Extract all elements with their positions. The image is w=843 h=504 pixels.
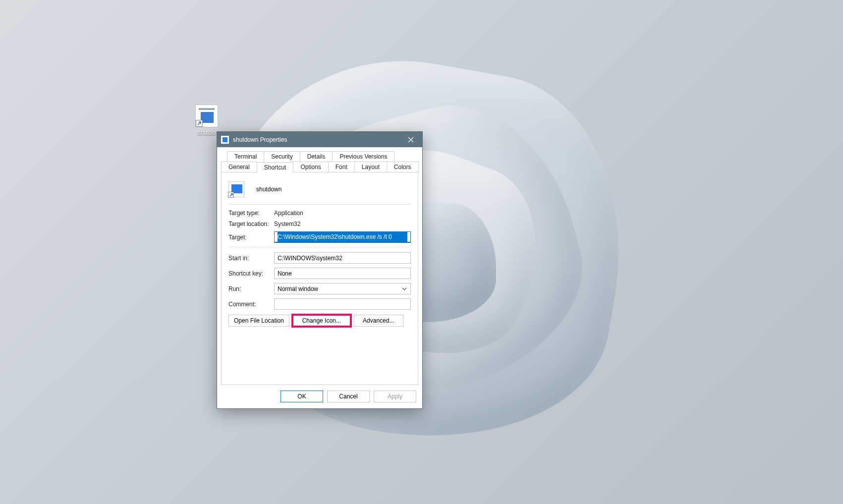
shortcut-icon bbox=[195, 105, 218, 127]
cancel-button[interactable]: Cancel bbox=[327, 391, 370, 402]
target-input[interactable]: C:\Windows\System32\shutdown.exe /s /t 0 bbox=[274, 231, 411, 243]
separator bbox=[228, 204, 411, 205]
shortcut-key-input[interactable] bbox=[274, 268, 411, 279]
shortcut-key-label: Shortcut key: bbox=[228, 270, 274, 277]
tab-security[interactable]: Security bbox=[264, 151, 300, 162]
shortcut-arrow-icon bbox=[228, 192, 234, 198]
chevron-down-icon bbox=[401, 286, 407, 293]
tab-font[interactable]: Font bbox=[328, 162, 355, 172]
target-type-label: Target type: bbox=[228, 210, 274, 217]
tab-shortcut[interactable]: Shortcut bbox=[257, 162, 294, 173]
target-type-value: Application bbox=[274, 210, 303, 217]
dialog-footer: OK Cancel Apply bbox=[217, 386, 422, 408]
shortcut-arrow-icon bbox=[196, 120, 203, 127]
change-icon-button[interactable]: Change Icon... bbox=[292, 315, 351, 327]
titlebar-app-icon bbox=[221, 136, 229, 144]
titlebar[interactable]: shutdown Properties bbox=[217, 132, 422, 147]
tab-layout[interactable]: Layout bbox=[354, 162, 387, 172]
close-icon bbox=[408, 137, 414, 143]
start-in-label: Start in: bbox=[228, 255, 274, 262]
tab-details[interactable]: Details bbox=[300, 151, 333, 162]
ok-button[interactable]: OK bbox=[281, 391, 323, 402]
comment-label: Comment: bbox=[228, 301, 274, 308]
dialog-title: shutdown Properties bbox=[233, 136, 399, 143]
run-select[interactable]: Normal window bbox=[274, 283, 411, 294]
tab-colors[interactable]: Colors bbox=[387, 162, 419, 172]
tab-options[interactable]: Options bbox=[293, 162, 328, 172]
run-label: Run: bbox=[228, 285, 274, 292]
advanced-button[interactable]: Advanced... bbox=[354, 315, 403, 327]
tabstrip: Terminal Security Details Previous Versi… bbox=[221, 151, 418, 386]
run-select-value: Normal window bbox=[278, 285, 318, 292]
tab-terminal[interactable]: Terminal bbox=[227, 151, 264, 162]
tab-previous-versions[interactable]: Previous Versions bbox=[332, 151, 394, 162]
target-location-label: Target location: bbox=[228, 221, 274, 227]
properties-dialog: shutdown Properties Terminal Security De… bbox=[217, 131, 423, 409]
target-label: Target: bbox=[228, 234, 274, 241]
apply-button[interactable]: Apply bbox=[374, 391, 416, 402]
start-in-input[interactable] bbox=[274, 252, 411, 264]
open-file-location-button[interactable]: Open File Location bbox=[228, 315, 289, 327]
tab-panel-shortcut: shutdown Target type: Application Target… bbox=[221, 172, 418, 385]
target-input-text: C:\Windows\System32\shutdown.exe /s /t 0 bbox=[278, 232, 407, 242]
comment-input[interactable] bbox=[274, 298, 411, 310]
separator bbox=[228, 247, 411, 247]
tab-general[interactable]: General bbox=[221, 162, 257, 172]
shortcut-large-icon bbox=[228, 181, 244, 197]
shortcut-name: shutdown bbox=[256, 186, 281, 193]
target-location-value: System32 bbox=[274, 221, 300, 227]
close-button[interactable] bbox=[399, 132, 422, 147]
